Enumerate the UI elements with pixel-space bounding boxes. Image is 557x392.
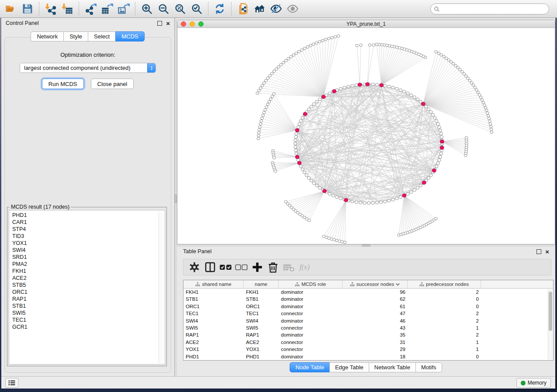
table-cell[interactable]: TEC1 — [244, 310, 279, 317]
tab-network[interactable]: Network — [31, 31, 64, 41]
function-builder-button[interactable]: f(x) — [298, 261, 311, 274]
table-cell[interactable]: dominator — [279, 296, 343, 303]
run-mcds-button[interactable]: Run MCDS — [42, 79, 84, 89]
list-item[interactable]: TID3 — [12, 233, 165, 240]
table-row[interactable]: SWI5SWI5connector431 — [183, 324, 553, 331]
table-row[interactable]: STB1STB1dominator620 — [183, 296, 553, 303]
table-cell[interactable]: PHD1 — [244, 353, 279, 360]
table-cell[interactable]: 2 — [408, 310, 481, 317]
list-item[interactable]: SRD1 — [12, 254, 165, 261]
select-all-button[interactable] — [219, 261, 232, 274]
float-panel-icon[interactable] — [536, 249, 541, 254]
hide-selected-button[interactable] — [268, 1, 284, 16]
table-cell[interactable]: 0 — [408, 296, 481, 303]
table-cell[interactable]: TEC1 — [183, 310, 244, 317]
table-row[interactable]: ORC1ORC1dominator610 — [183, 303, 553, 310]
zoom-in-button[interactable] — [138, 1, 155, 16]
table-cell[interactable]: dominator — [279, 317, 343, 324]
table-cell[interactable]: ACE2 — [244, 339, 279, 346]
tab-motifs[interactable]: Motifs — [415, 362, 442, 372]
show-all-button[interactable] — [284, 1, 301, 16]
table-cell[interactable]: ORC1 — [244, 303, 279, 310]
network-graph-svg[interactable] — [177, 28, 555, 244]
export-table-button[interactable] — [99, 1, 115, 16]
list-item[interactable]: RAP1 — [12, 296, 165, 303]
table-row[interactable]: ACE2ACE2connector311 — [183, 339, 553, 346]
table-cell[interactable]: 18 — [343, 353, 408, 360]
open-session-button[interactable] — [3, 1, 19, 16]
optimization-criterion-select[interactable]: largest connected component (undirected)… — [20, 63, 156, 73]
table-cell[interactable]: 1 — [408, 324, 481, 331]
table-row[interactable]: RAP1RAP1dominator352 — [183, 331, 553, 338]
show-columns-button[interactable] — [204, 261, 217, 274]
table-cell[interactable]: FKH1 — [244, 289, 279, 296]
list-item[interactable]: ACE2 — [12, 275, 165, 282]
table-cell[interactable]: 96 — [343, 289, 408, 296]
search-input[interactable] — [440, 5, 549, 14]
table-row[interactable]: YOX1YOX1connector291 — [183, 346, 553, 353]
column-settings-button[interactable] — [188, 261, 201, 274]
memory-button[interactable]: Memory — [516, 378, 551, 388]
table-cell[interactable]: FKH1 — [183, 289, 244, 296]
tab-style[interactable]: Style — [63, 31, 88, 41]
save-session-button[interactable] — [19, 1, 36, 16]
table-cell[interactable]: SWI5 — [244, 324, 279, 331]
create-column-button[interactable] — [251, 261, 264, 274]
table-cell[interactable]: connector — [279, 339, 343, 346]
list-item[interactable]: SWI4 — [12, 247, 165, 254]
tab-select[interactable]: Select — [88, 31, 116, 41]
table-cell[interactable]: 2 — [408, 289, 481, 296]
tab-node-table[interactable]: Node Table — [290, 362, 330, 372]
list-item[interactable]: PMA2 — [12, 261, 165, 268]
table-cell[interactable]: dominator — [279, 289, 343, 296]
table-cell[interactable]: RAP1 — [244, 331, 279, 338]
list-item[interactable]: SWI5 — [12, 309, 165, 316]
table-row[interactable]: SWI4SWI4dominator462 — [183, 317, 553, 324]
table-cell[interactable]: 62 — [343, 296, 408, 303]
table-cell[interactable]: YOX1 — [244, 346, 279, 353]
float-panel-icon[interactable] — [157, 21, 162, 26]
zoom-selected-button[interactable] — [188, 1, 205, 16]
table-cell[interactable]: ACE2 — [183, 339, 244, 346]
close-panel-icon[interactable]: × — [545, 249, 549, 254]
column-header-successor-nodes[interactable]: successor nodes — [343, 280, 408, 288]
list-item[interactable]: STB5 — [12, 282, 165, 289]
table-cell[interactable]: SWI5 — [183, 324, 244, 331]
column-header-name[interactable]: name — [244, 280, 279, 288]
table-cell[interactable]: 1 — [408, 339, 481, 346]
table-cell[interactable]: connector — [279, 324, 343, 331]
table-cell[interactable]: SWI4 — [244, 317, 279, 324]
column-header-MCDS-role[interactable]: MCDS role — [279, 280, 343, 288]
column-header-predecessor-nodes[interactable]: predecessor nodes — [408, 280, 481, 288]
table-cell[interactable]: 2 — [408, 317, 481, 324]
table-cell[interactable]: ORC1 — [183, 303, 244, 310]
table-cell[interactable]: 1 — [408, 346, 481, 353]
table-scrollbar[interactable] — [548, 289, 553, 360]
table-cell[interactable]: 0 — [408, 303, 481, 310]
table-cell[interactable]: RAP1 — [183, 331, 244, 338]
import-table-button[interactable] — [59, 1, 76, 16]
export-image-button[interactable] — [115, 1, 132, 16]
table-cell[interactable]: STB1 — [183, 296, 244, 303]
table-cell[interactable]: 31 — [343, 339, 408, 346]
zoom-fit-button[interactable] — [172, 1, 188, 16]
first-neighbors-button[interactable] — [251, 1, 268, 16]
table-cell[interactable]: connector — [279, 346, 343, 353]
delete-column-button[interactable] — [266, 261, 280, 274]
table-cell[interactable]: 29 — [343, 346, 408, 353]
close-panel-button[interactable]: Close panel — [91, 79, 134, 89]
import-network-button[interactable] — [42, 1, 59, 16]
table-cell[interactable]: PHD1 — [183, 353, 244, 360]
tab-network-table[interactable]: Network Table — [369, 362, 416, 372]
list-item[interactable]: CAR1 — [12, 219, 165, 226]
list-item[interactable]: TEC1 — [12, 316, 165, 323]
table-cell[interactable]: 35 — [343, 331, 408, 338]
search-box[interactable] — [430, 3, 549, 14]
list-item[interactable]: STB1 — [12, 303, 165, 309]
list-item[interactable]: FKH1 — [12, 268, 165, 275]
table-cell[interactable]: SWI4 — [183, 317, 244, 324]
table-cell[interactable]: dominator — [279, 303, 343, 310]
panel-list-button[interactable] — [5, 378, 18, 388]
network-canvas[interactable] — [177, 28, 555, 244]
list-item[interactable]: GCR1 — [12, 323, 165, 330]
